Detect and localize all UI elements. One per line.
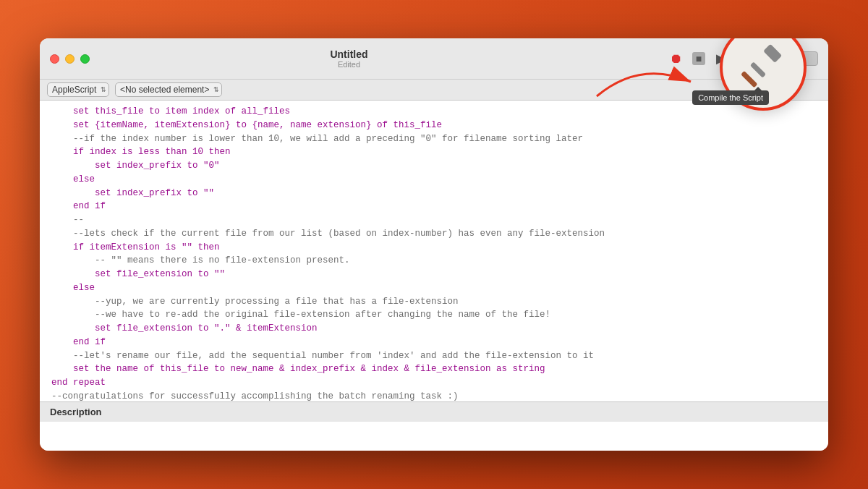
stop-button[interactable]: ■: [692, 52, 705, 65]
code-line: end repeat: [40, 376, 828, 390]
element-dropdown-wrap[interactable]: <No selected element>: [115, 82, 222, 97]
window-subtitle: Edited: [338, 60, 360, 69]
svg-rect-3: [750, 61, 766, 77]
main-window: Untitled Edited ⏺ ■ ▶ Compile the Script: [40, 38, 828, 451]
window-title: Untitled: [330, 48, 367, 60]
code-editor[interactable]: set this_file to item index of all_files…: [40, 101, 828, 401]
code-line: set this_file to item index of all_files: [40, 105, 828, 119]
code-line: set file_extension to "." & itemExtensio…: [40, 322, 828, 336]
code-line: end if: [40, 336, 828, 349]
code-line: set index_prefix to "": [40, 187, 828, 200]
code-line: -- "" means there is no file-extension p…: [40, 254, 828, 268]
code-line: --yup, we are currently processing a fil…: [40, 295, 828, 309]
code-line: set {itemName, itemExtension} to {name, …: [40, 119, 828, 132]
code-line: set the name of this_file to new_name & …: [40, 362, 828, 376]
svg-rect-2: [741, 71, 758, 88]
code-line: else: [40, 281, 828, 295]
code-line: end if: [40, 200, 828, 213]
code-line: --we have to re-add the original file-ex…: [40, 308, 828, 322]
description-content: [40, 422, 828, 451]
titlebar: Untitled Edited ⏺ ■ ▶ Compile the Script: [40, 38, 828, 80]
code-line: --let's rename our file, add the sequent…: [40, 349, 828, 363]
code-line: --lets check if the current file from ou…: [40, 227, 828, 241]
code-line: if itemExtension is "" then: [40, 241, 828, 255]
title-section: Untitled Edited: [40, 48, 666, 69]
language-dropdown[interactable]: AppleScript: [47, 82, 109, 97]
code-line: --congratulations for successfully accom…: [40, 390, 828, 401]
description-header: Description: [40, 401, 828, 422]
compile-tooltip: Compile the Script: [692, 90, 769, 105]
language-dropdown-wrap[interactable]: AppleScript: [47, 82, 109, 97]
record-button[interactable]: ⏺: [666, 48, 686, 69]
code-line: set index_prefix to "0": [40, 159, 828, 173]
code-line: --if the index number is lower than 10, …: [40, 132, 828, 146]
code-line: --: [40, 213, 828, 227]
description-label: Description: [50, 407, 102, 417]
svg-rect-1: [763, 44, 782, 63]
large-hammer-icon: [738, 42, 788, 93]
code-line: else: [40, 173, 828, 187]
code-line: set file_extension to "": [40, 268, 828, 281]
element-dropdown[interactable]: <No selected element>: [115, 82, 222, 97]
code-line: if index is less than 10 then: [40, 145, 828, 159]
